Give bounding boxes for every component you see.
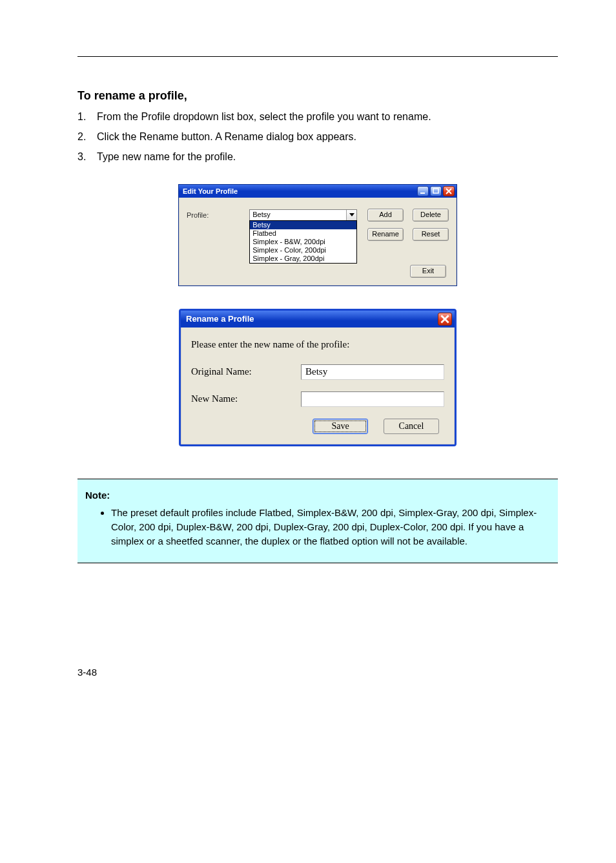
rename-prompt: Please enter the new name of the profile… (191, 339, 444, 350)
exit-button[interactable]: Exit (410, 265, 446, 278)
step-text: Type new name for the profile. (97, 149, 558, 164)
delete-button[interactable]: Delete (413, 209, 449, 222)
step-item: 1. From the Profile dropdown list box, s… (77, 109, 558, 124)
step-number: 2. (77, 129, 97, 144)
rename-steps-list: 1. From the Profile dropdown list box, s… (77, 109, 558, 165)
step-text: Click the Rename button. A Rename dialog… (97, 129, 558, 144)
step-item: 2. Click the Rename button. A Rename dia… (77, 129, 558, 144)
add-button[interactable]: Add (367, 209, 404, 222)
window-title: Edit Your Profile (183, 187, 417, 195)
dropdown-option[interactable]: Simplex - Color, 200dpi (250, 246, 356, 255)
svg-rect-1 (433, 189, 438, 193)
close-button[interactable] (443, 186, 455, 196)
page-number: 3-48 (77, 667, 558, 678)
dropdown-option[interactable]: Betsy (250, 221, 356, 229)
titlebar[interactable]: Rename a Profile (181, 311, 455, 328)
chevron-down-icon[interactable] (346, 210, 356, 220)
edit-profile-dialog: Edit Your Profile Profile: (178, 184, 457, 286)
section-title-rename: To rename a profile, (77, 89, 558, 103)
dropdown-option[interactable]: Simplex - Gray, 200dpi (250, 255, 356, 263)
maximize-button[interactable] (430, 186, 442, 196)
step-number: 1. (77, 109, 97, 124)
note-item: The preset default profiles include Flat… (111, 506, 550, 548)
minimize-button[interactable] (417, 186, 429, 196)
profile-label: Profile: (187, 209, 249, 219)
dropdown-option[interactable]: Flatbed (250, 229, 356, 238)
new-name-label: New Name: (191, 393, 301, 404)
rename-button[interactable]: Rename (367, 228, 404, 241)
original-name-field[interactable] (301, 364, 444, 380)
close-button[interactable] (438, 313, 452, 326)
header-rule (77, 39, 558, 57)
profile-selected-value: Betsy (250, 210, 346, 220)
step-text: From the Profile dropdown list box, sele… (97, 109, 558, 124)
new-name-field[interactable] (301, 391, 444, 407)
window-title: Rename a Profile (186, 314, 438, 324)
save-button[interactable]: Save (313, 419, 368, 434)
note-label: Note: (85, 488, 550, 503)
note-box: Note: The preset default profiles includ… (77, 479, 558, 563)
titlebar[interactable]: Edit Your Profile (179, 185, 457, 198)
profile-dropdown-list[interactable]: Betsy Flatbed Simplex - B&W, 200dpi Simp… (249, 220, 357, 264)
rename-profile-dialog: Rename a Profile Please enter the new na… (179, 309, 457, 446)
cancel-button[interactable]: Cancel (384, 419, 439, 434)
reset-button[interactable]: Reset (413, 228, 449, 241)
dropdown-option[interactable]: Simplex - B&W, 200dpi (250, 238, 356, 246)
profile-combobox[interactable]: Betsy (249, 209, 357, 221)
original-name-label: Original Name: (191, 366, 301, 377)
svg-rect-0 (420, 192, 425, 194)
step-number: 3. (77, 149, 97, 164)
step-item: 3. Type new name for the profile. (77, 149, 558, 164)
